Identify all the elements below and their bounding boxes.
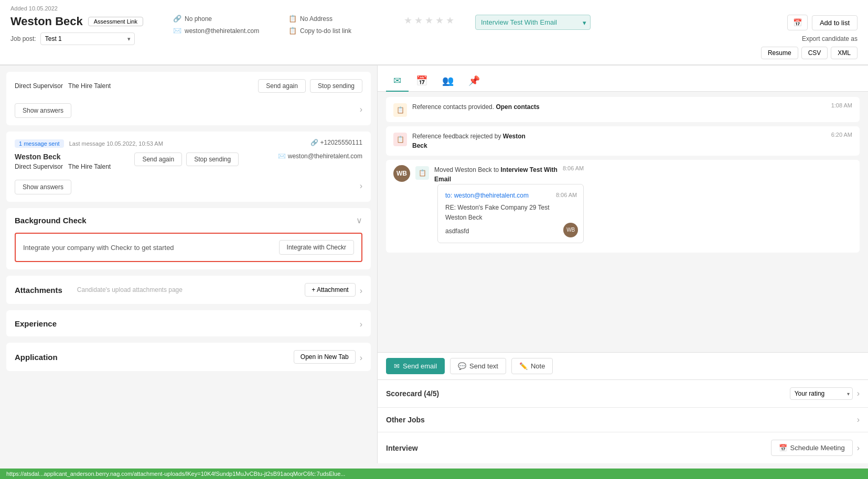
email-avatar: WB [563,223,578,237]
show-answers-button-2[interactable]: Show answers [15,180,71,194]
action-bar: ✉ Send email 💬 Send text ✏️ Note [378,352,868,379]
chevron-right-icon-1: › [360,105,362,114]
interview-chevron: › [857,443,860,453]
send-email-button[interactable]: ✉ Send email [386,358,445,374]
no-phone-item: 🔗 No phone [173,15,267,23]
other-jobs-row[interactable]: Other Jobs › [378,408,868,432]
send-text-button[interactable]: 💬 Send text [450,358,506,374]
stop-sending-button-1[interactable]: Stop sending [310,79,362,93]
scorecard-row: Scorecard (4/5) Your rating › [378,380,868,408]
attachments-chevron: › [360,286,362,296]
show-answers-button-1[interactable]: Show answers [15,103,71,118]
job-post-label: Job post: [10,35,36,42]
tab-calendar[interactable]: 📅 [409,71,435,92]
copy-icon: 📋 [288,27,297,35]
assessment-link-button[interactable]: Assessment Link [88,17,143,26]
application-chevron: › [360,353,362,363]
checkr-text: Integrate your company with Checkr to ge… [23,244,174,252]
phone-icon: 🔗 [173,15,181,23]
copy-todo-item[interactable]: 📋 Copy to-do list link [288,27,383,35]
export-resume-button[interactable]: Resume [761,47,798,59]
application-title: Application [15,353,58,362]
no-address-item: 📋 No Address [288,15,383,23]
export-label: Export candidate as [802,35,858,42]
other-jobs-chevron: › [857,415,860,424]
attachments-link[interactable]: Candidate's upload attachments page [77,286,183,293]
email-preview: to: weston@thehiretalent.com 8:06 AM RE:… [437,184,584,243]
bottom-panel: Scorecard (4/5) Your rating › Other Jobs… [378,379,868,463]
activity-item-2: 📋 Reference feedback rejected by WestonB… [386,126,860,156]
email-time: 8:06 AM [556,191,577,200]
calendar-schedule-icon: 📅 [779,444,787,452]
activity-text-2: Reference feedback rejected by WestonBec… [412,132,826,150]
star-4[interactable]: ★ [435,15,444,26]
candidate-name-2: Weston Beck [15,153,111,161]
activity-time-3: 8:06 AM [563,165,584,171]
activity-text-1: Reference contacts provided. Open contac… [412,102,826,112]
attachments-title: Attachments [15,286,62,295]
activity-item-3-inner: 📋 Moved Weston Beck to Interview Test Wi… [415,165,584,184]
email-subject: RE: Weston's Fake Company 29 Test [445,203,576,213]
email-row-2: ✉️ weston@thehiretalent.com [278,153,362,160]
phone-number: 🔗 +12025550111 [310,139,362,146]
activity-time-1: 1:08 AM [831,102,852,108]
supervisor-info-2: Direct Supervisor The Hire Talent [15,163,111,170]
send-again-button-1[interactable]: Send again [258,79,306,93]
activity-text-3: Moved Weston Beck to Interview Test With… [434,165,558,184]
checkr-row: Integrate your company with Checkr to ge… [15,233,362,262]
bg-check-header[interactable]: Background Check ∨ [6,208,371,233]
tab-people[interactable]: 👥 [435,71,461,92]
experience-chevron: › [360,320,362,329]
other-jobs-title: Other Jobs [386,416,425,424]
candidate-name: Weston Beck [10,15,83,28]
scorecard-chevron[interactable]: › [857,389,860,398]
integrate-checkr-button[interactable]: Integrate with Checkr [279,240,354,255]
email-name: Weston Beck [445,213,576,223]
note-button[interactable]: ✏️ Note [511,358,553,374]
star-1[interactable]: ★ [404,15,412,26]
chevron-right-icon-2: › [360,181,362,191]
activity-icon-3: 📋 [415,166,429,180]
email-item: ✉️ weston@thehiretalent.com [173,27,267,35]
email-body: asdfasfd [445,226,576,236]
activity-item-3: WB 📋 Moved Weston Beck to Interview Test… [386,160,860,253]
star-2[interactable]: ★ [414,15,423,26]
activity-time-2: 6:20 AM [831,132,852,138]
open-new-tab-button[interactable]: Open in New Tab [294,350,356,364]
message-badge: 1 message sent [15,139,64,148]
stop-sending-button-2[interactable]: Stop sending [186,153,239,166]
send-email-icon: ✉ [394,362,400,370]
last-message-time: Last message 10.05.2022, 10:53 AM [69,140,163,147]
activity-item-1: 📋 Reference contacts provided. Open cont… [386,97,860,122]
star-3[interactable]: ★ [425,15,433,26]
calendar-button[interactable]: 📅 [787,15,808,30]
address-icon: 📋 [288,15,297,23]
interview-row: Interview 📅 Schedule Meeting › [378,432,868,463]
star-5[interactable]: ★ [446,15,454,26]
experience-section[interactable]: Experience › [6,310,371,336]
add-attachment-button[interactable]: + Attachment [305,283,355,297]
bg-check-chevron: ∨ [356,215,362,225]
send-text-icon: 💬 [458,362,466,370]
tab-mail[interactable]: ✉ [386,71,409,92]
activity-tabs: ✉ 📅 👥 📌 [378,66,868,92]
export-xml-button[interactable]: XML [831,47,858,59]
experience-title: Experience [15,319,57,328]
avatar-weston: WB [393,165,410,182]
schedule-meeting-button[interactable]: 📅 Schedule Meeting [771,440,853,456]
pipeline-dropdown[interactable]: Interview Test With Email [475,15,591,30]
activity-icon-1: 📋 [393,103,407,117]
supervisor-info-1: Direct Supervisor The Hire Talent [15,82,111,90]
interview-title: Interview [386,444,418,452]
tab-notes[interactable]: 📌 [461,71,487,92]
scorecard-title: Scorecard (4/5) [386,389,439,398]
job-post-select[interactable]: Test 1 [40,32,135,45]
send-again-button-2[interactable]: Send again [134,153,182,166]
your-rating-select[interactable]: Your rating [790,387,853,400]
star-rating[interactable]: ★ ★ ★ ★ ★ [404,15,454,26]
added-date: Added 10.05.2022 [10,5,858,12]
add-to-list-button[interactable]: Add to list [812,15,858,30]
activity-feed: 📋 Reference contacts provided. Open cont… [378,92,868,352]
activity-icon-2: 📋 [393,133,407,146]
export-csv-button[interactable]: CSV [801,47,828,59]
